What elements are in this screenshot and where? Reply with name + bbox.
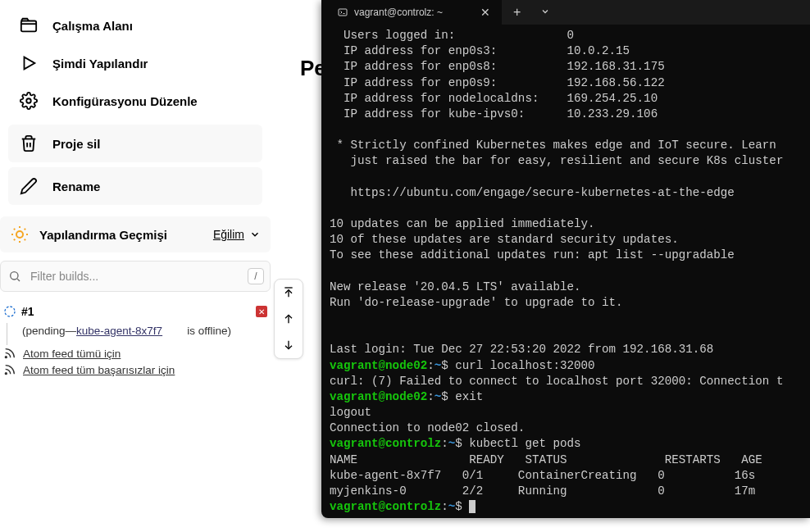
sidebar-item-label: Çalışma Alanı	[52, 19, 133, 33]
sidebar-item-configure[interactable]: Konfigürasyonu Düzenle	[0, 82, 271, 120]
svg-line-7	[25, 239, 25, 240]
terminal-window: vagrant@controlz: ~ ✕ + Users logged in:…	[321, 0, 810, 518]
terminal-icon	[338, 7, 348, 17]
terminal-body[interactable]: Users logged in: 0 IP address for enp0s3…	[321, 25, 810, 518]
rss-icon	[3, 363, 16, 376]
build-row[interactable]: #1 ✕	[0, 300, 271, 323]
rss-icon	[3, 347, 16, 360]
play-icon	[20, 54, 38, 72]
pending-icon	[3, 305, 16, 318]
svg-rect-21	[339, 9, 347, 16]
delete-project-box: Proje sil	[8, 125, 262, 162]
svg-point-16	[5, 373, 7, 375]
terminal-tab-title: vagrant@controlz: ~	[354, 7, 443, 18]
search-icon	[8, 270, 21, 283]
sidebar-item-build-now[interactable]: Şimdi Yapılandır	[0, 44, 271, 82]
cursor	[469, 500, 476, 513]
trash-icon	[20, 134, 38, 152]
shortcut-key: /	[248, 268, 264, 284]
sun-icon	[10, 225, 30, 244]
rename-box: Rename	[8, 167, 262, 205]
sidebar-item-label: Konfigürasyonu Düzenle	[52, 94, 198, 108]
close-tab-button[interactable]: ✕	[480, 6, 490, 19]
svg-marker-1	[25, 57, 35, 70]
svg-point-15	[5, 357, 7, 358]
folder-icon	[20, 16, 38, 34]
scroll-up-button[interactable]	[275, 306, 303, 332]
sidebar-item-label: Rename	[52, 180, 100, 193]
svg-rect-0	[21, 21, 36, 32]
chevron-down-icon	[540, 7, 550, 16]
sidebar-item-delete[interactable]: Proje sil	[8, 125, 262, 162]
arrow-up-icon	[282, 312, 295, 325]
svg-point-14	[5, 307, 15, 316]
arrow-up-bar-icon	[282, 286, 295, 299]
arrow-down-icon	[282, 339, 295, 352]
atom-feed-failures-link[interactable]: Atom feed tüm başarısızlar için	[23, 364, 175, 376]
pencil-icon	[20, 177, 38, 195]
svg-point-3	[16, 231, 23, 238]
trend-label: Eğilim	[213, 228, 244, 241]
terminal-tab[interactable]: vagrant@controlz: ~ ✕	[321, 0, 502, 25]
scroll-top-button[interactable]	[275, 280, 303, 306]
offline-text: is offline)	[187, 325, 231, 337]
svg-line-13	[17, 279, 20, 281]
scroll-down-button[interactable]	[275, 332, 303, 358]
svg-point-2	[26, 98, 31, 103]
sidebar-item-workspace[interactable]: Çalışma Alanı	[0, 7, 271, 44]
history-title: Yapılandırma Geçmişi	[39, 228, 167, 242]
svg-line-6	[14, 229, 15, 230]
atom-feed-failures: Atom feed tüm başarısızlar için	[0, 361, 271, 378]
sidebar-item-rename[interactable]: Rename	[8, 167, 262, 205]
build-history-header: Yapılandırma Geçmişi Eğilim	[0, 216, 271, 252]
chevron-down-icon	[249, 229, 261, 240]
pending-prefix: (pending—	[22, 325, 76, 337]
gear-icon	[20, 92, 38, 110]
tab-dropdown-button[interactable]	[532, 5, 558, 20]
trend-link[interactable]: Eğilim	[213, 228, 261, 241]
filter-builds-wrap: /	[0, 261, 271, 292]
svg-point-12	[11, 272, 18, 280]
agent-link[interactable]: kube-agent-8x7f7	[76, 325, 162, 337]
build-number: #1	[21, 305, 34, 318]
atom-feed-all: Atom feed tümü için	[0, 345, 271, 361]
cancel-build-button[interactable]: ✕	[256, 306, 267, 317]
scroll-controls	[274, 279, 303, 359]
sidebar-item-label: Proje sil	[52, 137, 100, 151]
terminal-tab-bar: vagrant@controlz: ~ ✕ +	[321, 0, 810, 25]
new-tab-button[interactable]: +	[502, 5, 532, 20]
svg-line-10	[14, 239, 15, 240]
svg-line-11	[25, 229, 25, 230]
atom-feed-all-link[interactable]: Atom feed tümü için	[23, 348, 121, 360]
filter-builds-input[interactable]	[0, 261, 271, 292]
sidebar: Çalışma Alanı Şimdi Yapılandır Konfigüra…	[0, 0, 271, 532]
build-pending-row: (pending—kube-agent-8x7f7 is offline)	[7, 323, 271, 345]
sidebar-item-label: Şimdi Yapılandır	[52, 57, 148, 70]
